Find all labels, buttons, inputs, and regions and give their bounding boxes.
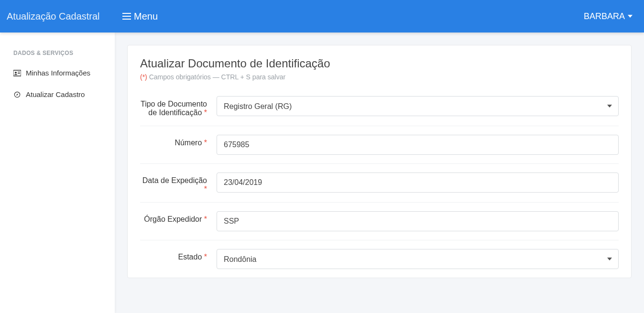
form-card: Atualizar Documento de Identificação (*)… [127,45,632,278]
row-numero: Número * [140,126,619,164]
sidebar-item-minhas-informacoes[interactable]: Minhas Informações [0,62,115,84]
svg-rect-3 [18,73,20,74]
label-doc-type: Tipo de Documento de Identificação * [140,96,217,117]
menu-toggle-button[interactable]: Menu [122,11,158,22]
required-hint: (*) Campos obrigatórios — CTRL + S para … [140,73,619,81]
label-numero: Número * [140,135,217,147]
main-content: Atualizar Documento de Identificação (*)… [115,32,644,313]
row-data-expedicao: Data de Expedição * [140,164,619,203]
hint-text: Campos obrigatórios — CTRL + S para salv… [147,73,285,81]
sidebar: DADOS & SERVIÇOS Minhas Informações Atua… [0,32,115,313]
menu-toggle-label: Menu [134,11,158,22]
svg-point-1 [15,72,17,74]
estado-select[interactable]: Rondônia [217,249,619,269]
row-estado: Estado * Rondônia [140,240,619,278]
row-orgao-expedidor: Órgão Expedidor * [140,203,619,240]
asterisk-icon: (*) [140,73,147,81]
data-expedicao-input[interactable] [217,173,619,193]
sidebar-item-atualizar-cadastro[interactable]: Atualizar Cadastro [0,84,115,105]
id-card-icon [13,70,21,76]
label-data-expedicao: Data de Expedição * [140,173,217,194]
hamburger-icon [122,13,131,20]
doc-type-select[interactable]: Registro Geral (RG) [217,96,619,116]
label-estado: Estado * [140,249,217,261]
user-menu-button[interactable]: BARBARA [584,11,633,22]
numero-input[interactable] [217,135,619,155]
svg-rect-2 [18,72,20,72]
sidebar-item-label: Minhas Informações [26,69,90,77]
user-name: BARBARA [584,11,625,22]
sidebar-item-label: Atualizar Cadastro [26,90,85,98]
sidebar-section-heading: DADOS & SERVIÇOS [0,44,115,62]
app-brand: Atualização Cadastral [0,0,115,32]
page-title: Atualizar Documento de Identificação [140,57,619,70]
orgao-expedidor-input[interactable] [217,211,619,231]
label-orgao-expedidor: Órgão Expedidor * [140,211,217,224]
caret-down-icon [628,15,633,18]
document-form: Tipo de Documento de Identificação * Reg… [140,87,619,278]
row-doc-type: Tipo de Documento de Identificação * Reg… [140,87,619,126]
top-bar: Atualização Cadastral Menu BARBARA [0,0,644,32]
compass-icon [13,91,21,98]
